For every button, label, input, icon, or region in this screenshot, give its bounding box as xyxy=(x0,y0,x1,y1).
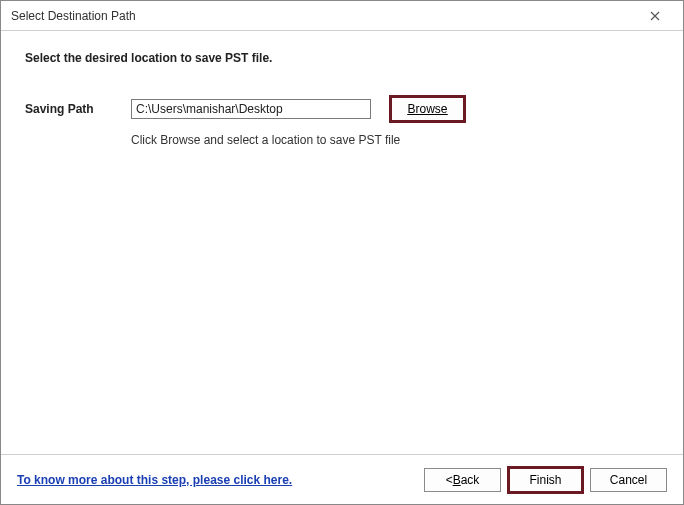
back-button[interactable]: < Back xyxy=(424,468,501,492)
finish-button[interactable]: Finish xyxy=(507,466,584,494)
help-link[interactable]: To know more about this step, please cli… xyxy=(17,473,418,487)
close-button[interactable] xyxy=(635,2,675,30)
back-rest: ack xyxy=(461,473,480,487)
content-area: Select the desired location to save PST … xyxy=(1,31,683,147)
hint-text: Click Browse and select a location to sa… xyxy=(131,133,659,147)
saving-path-input[interactable] xyxy=(131,99,371,119)
instruction-text: Select the desired location to save PST … xyxy=(25,51,659,65)
browse-mnemonic: B xyxy=(407,102,415,116)
browse-button[interactable]: Browse xyxy=(389,95,466,123)
cancel-button[interactable]: Cancel xyxy=(590,468,667,492)
close-icon xyxy=(650,11,660,21)
saving-path-label: Saving Path xyxy=(25,102,113,116)
title-bar: Select Destination Path xyxy=(1,1,683,31)
footer-bar: To know more about this step, please cli… xyxy=(1,454,683,504)
saving-path-row: Saving Path Browse xyxy=(25,95,659,123)
window-title: Select Destination Path xyxy=(11,9,635,23)
browse-rest: rowse xyxy=(416,102,448,116)
back-prefix: < xyxy=(446,473,453,487)
back-mnemonic: B xyxy=(453,473,461,487)
